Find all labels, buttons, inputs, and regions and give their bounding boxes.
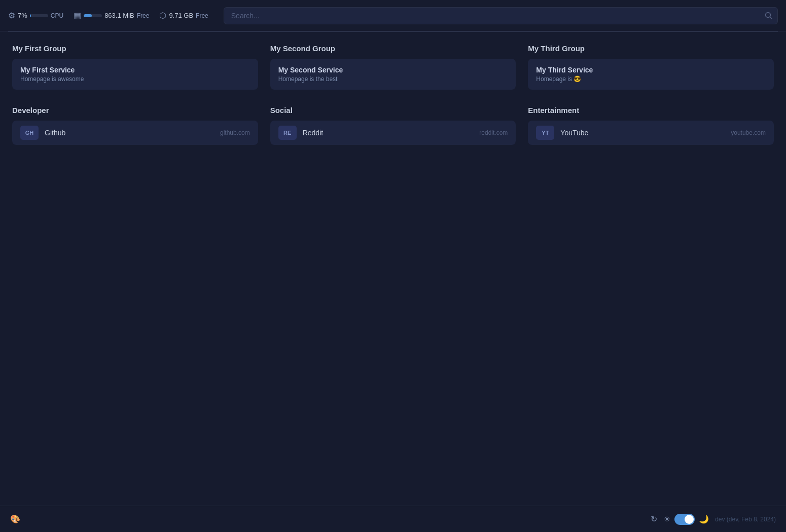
cpu-stat: ⚙ 7% CPU (8, 11, 63, 20)
topbar: ⚙ 7% CPU ▦ 863.1 MiB Free ⬡ 9.71 GB Free (0, 0, 786, 31)
group-title: My Second Group (270, 44, 516, 53)
search-input[interactable] (224, 7, 778, 24)
footer-right: ↻ ☀ 🌙 dev (dev, Feb 8, 2024) (651, 514, 776, 525)
bookmark-group-title: Entertainment (528, 106, 774, 115)
footer-left: 🎨 (10, 514, 20, 524)
bookmark-groups: DeveloperGHGithubgithub.comSocialREReddi… (12, 106, 774, 149)
bookmark-abbr: YT (536, 126, 554, 140)
disk-value: 9.71 GB (169, 12, 193, 19)
disk-label: Free (196, 12, 208, 19)
bookmark-name: YouTube (560, 129, 731, 137)
search-wrap (224, 7, 778, 24)
svg-line-1 (770, 17, 772, 19)
service-group: My First GroupMy First ServiceHomepage i… (12, 44, 258, 90)
moon-icon: 🌙 (699, 514, 709, 524)
bookmark-group: SocialRERedditreddit.com (270, 106, 516, 149)
bookmark-abbr: RE (278, 126, 297, 140)
ram-stat: ▦ 863.1 MiB Free (74, 11, 149, 20)
palette-icon[interactable]: 🎨 (10, 514, 20, 524)
ram-label: Free (137, 12, 150, 19)
footer: 🎨 ↻ ☀ 🌙 dev (dev, Feb 8, 2024) (0, 506, 786, 532)
toggle-knob (685, 515, 694, 524)
bookmark-group-title: Social (270, 106, 516, 115)
theme-toggle: ☀ 🌙 (663, 514, 709, 525)
bookmark-name: Reddit (303, 129, 480, 137)
cpu-icon: ⚙ (8, 11, 15, 20)
bookmark-item[interactable]: GHGithubgithub.com (12, 121, 258, 145)
bookmark-item[interactable]: RERedditreddit.com (270, 121, 516, 145)
cpu-label: CPU (51, 12, 63, 19)
ram-value: 863.1 MiB (104, 12, 134, 19)
group-title: My Third Group (528, 44, 774, 53)
service-description: Homepage is awesome (20, 75, 250, 83)
service-card[interactable]: My First ServiceHomepage is awesome (12, 59, 258, 90)
service-card[interactable]: My Second ServiceHomepage is the best (270, 59, 516, 90)
service-name: My First Service (20, 66, 250, 74)
bookmark-item[interactable]: YTYouTubeyoutube.com (528, 121, 774, 145)
bookmark-url: reddit.com (479, 129, 508, 136)
ram-progress-bar (84, 14, 102, 17)
main-content: My First GroupMy First ServiceHomepage i… (0, 32, 786, 149)
cpu-percent: 7% (18, 12, 27, 19)
bookmark-abbr: GH (20, 126, 39, 140)
service-groups: My First GroupMy First ServiceHomepage i… (12, 44, 774, 90)
bookmark-group: DeveloperGHGithubgithub.com (12, 106, 258, 149)
service-description: Homepage is 😎 (536, 75, 766, 83)
service-group: My Third GroupMy Third ServiceHomepage i… (528, 44, 774, 90)
dark-mode-toggle[interactable] (674, 514, 695, 525)
version-text: dev (dev, Feb 8, 2024) (715, 516, 776, 523)
search-button[interactable] (765, 12, 773, 20)
sun-icon: ☀ (663, 514, 670, 524)
service-description: Homepage is the best (278, 75, 508, 83)
bookmark-name: Github (45, 129, 220, 137)
service-group: My Second GroupMy Second ServiceHomepage… (270, 44, 516, 90)
ram-icon: ▦ (74, 11, 81, 20)
group-title: My First Group (12, 44, 258, 53)
bookmark-group-title: Developer (12, 106, 258, 115)
ram-progress-fill (84, 14, 92, 17)
service-name: My Second Service (278, 66, 508, 74)
service-card[interactable]: My Third ServiceHomepage is 😎 (528, 59, 774, 90)
disk-stat: ⬡ 9.71 GB Free (159, 11, 208, 20)
service-name: My Third Service (536, 66, 766, 74)
bookmark-url: github.com (220, 129, 250, 136)
disk-icon: ⬡ (159, 11, 166, 20)
cpu-progress-fill (30, 14, 31, 17)
search-icon (765, 12, 773, 20)
bookmark-url: youtube.com (731, 129, 766, 136)
cpu-progress-bar (30, 14, 48, 17)
refresh-icon[interactable]: ↻ (651, 514, 657, 524)
bookmark-group: EntertainmentYTYouTubeyoutube.com (528, 106, 774, 149)
